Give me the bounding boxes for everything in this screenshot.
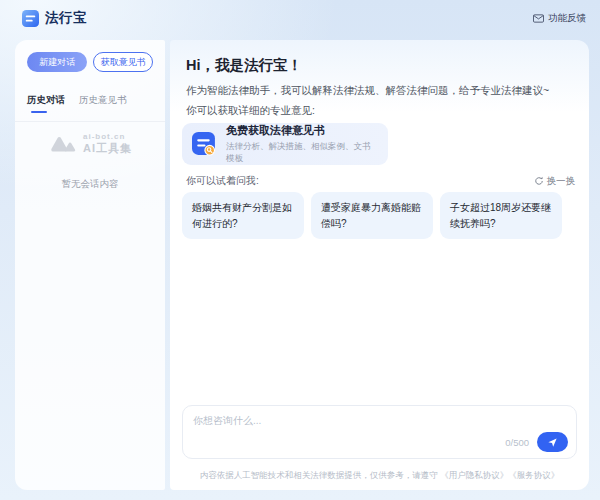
envelope-icon <box>533 14 544 23</box>
watermark-text: ai-bot.cn AI工具集 <box>83 132 132 156</box>
watermark-line2: AI工具集 <box>83 141 132 156</box>
new-chat-button[interactable]: 新建对话 <box>27 52 87 72</box>
refresh-label: 换一换 <box>547 175 576 188</box>
char-counter: 0/500 <box>505 437 529 448</box>
ai-bot-watermark-logo-icon <box>48 134 78 155</box>
opinion-card-title: 免费获取法律意见书 <box>226 123 378 138</box>
sidebar-divider <box>15 121 165 122</box>
opinion-card-subtitle: 法律分析、解决措施、相似案例、文书模板 <box>226 141 378 165</box>
suggestions-label: 你可以试着问我: <box>186 174 259 188</box>
sidebar: 新建对话 获取意见书 历史对话 历史意见书 ai-bot.cn AI工具集 暂无… <box>15 40 165 490</box>
brand: 法行宝 <box>22 9 87 27</box>
suggestions-row: 你可以试着问我: 换一换 <box>186 174 575 188</box>
question-card[interactable]: 遭受家庭暴力离婚能赔偿吗? <box>311 192 433 239</box>
watermark-line1: ai-bot.cn <box>83 132 132 141</box>
opinion-card-texts: 免费获取法律意见书 法律分析、解决措施、相似案例、文书模板 <box>226 123 378 165</box>
free-opinion-card[interactable]: 免费获取法律意见书 法律分析、解决措施、相似案例、文书模板 <box>182 123 388 165</box>
privacy-agreement-link[interactable]: 《用户隐私协议》 <box>440 470 508 480</box>
app-page: 法行宝 功能反馈 新建对话 获取意见书 历史对话 历史意见书 <box>0 0 600 500</box>
tab-history-opinions[interactable]: 历史意见书 <box>79 94 127 113</box>
disclaimer-footer: 内容依据人工智能技术和相关法律数据提供，仅供参考，请遵守 《用户隐私协议》《服务… <box>170 470 589 482</box>
sidebar-actions: 新建对话 获取意见书 <box>27 52 153 72</box>
refresh-icon <box>534 176 544 186</box>
question-card[interactable]: 婚姻共有财产分割是如何进行的? <box>182 192 304 239</box>
top-header: 法行宝 功能反馈 <box>0 0 600 36</box>
send-button[interactable] <box>537 432 568 452</box>
service-agreement-link[interactable]: 《服务协议》 <box>508 470 559 480</box>
send-plane-icon <box>547 437 558 448</box>
feedback-label: 功能反馈 <box>548 12 586 25</box>
sidebar-tabs: 历史对话 历史意见书 <box>27 94 153 113</box>
disclaimer-text: 内容依据人工智能技术和相关法律数据提供，仅供参考，请遵守 <box>200 470 440 480</box>
greeting-title: Hi，我是法行宝！ <box>186 56 302 75</box>
tab-history-chats[interactable]: 历史对话 <box>27 94 65 113</box>
assistant-intro: 作为智能法律助手，我可以解释法律法规、解答法律问题，给予专业法律建议~ <box>186 84 549 98</box>
question-card[interactable]: 子女超过18周岁还要继续抚养吗? <box>440 192 562 239</box>
main-panel: Hi，我是法行宝！ 作为智能法律助手，我可以解释法律法规、解答法律问题，给予专业… <box>170 40 589 490</box>
document-search-icon <box>192 132 217 157</box>
get-opinion-button[interactable]: 获取意见书 <box>93 52 153 72</box>
app-logo-icon <box>22 10 39 27</box>
chat-input-box: 0/500 <box>182 405 577 459</box>
empty-conversations-text: 暂无会话内容 <box>27 178 153 191</box>
app-title: 法行宝 <box>45 9 87 27</box>
watermark: ai-bot.cn AI工具集 <box>27 132 153 156</box>
input-actions: 0/500 <box>505 432 568 452</box>
feedback-button[interactable]: 功能反馈 <box>533 12 586 25</box>
opinion-hint: 你可以获取详细的专业意见: <box>186 104 315 118</box>
refresh-questions-button[interactable]: 换一换 <box>534 175 576 188</box>
suggested-questions: 婚姻共有财产分割是如何进行的? 遭受家庭暴力离婚能赔偿吗? 子女超过18周岁还要… <box>182 192 562 239</box>
